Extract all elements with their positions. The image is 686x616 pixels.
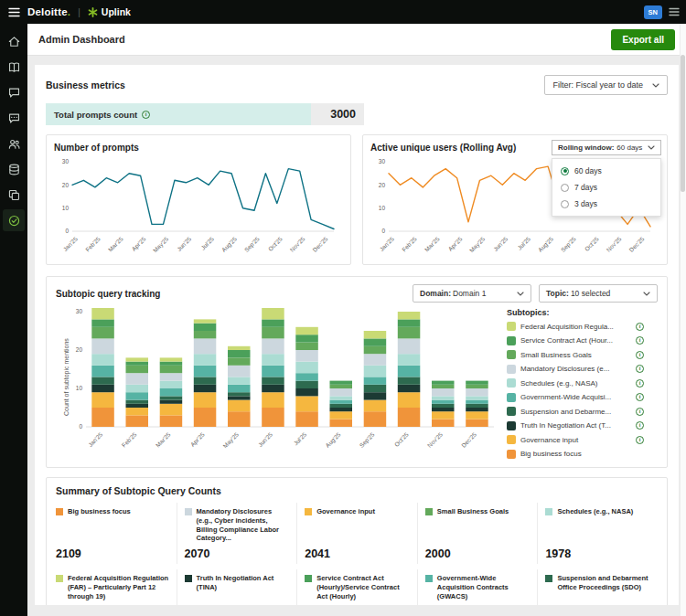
summary-cell-value: 2070 bbox=[185, 543, 290, 560]
total-prompts-label: Total prompts count bbox=[54, 110, 137, 120]
subtopic-color-icon bbox=[305, 508, 312, 515]
subtopic-stacked-bar-chart: 0102030Jan'25Feb'25Mar'25Apr'25May'25Jun… bbox=[68, 308, 498, 458]
svg-text:Feb'25: Feb'25 bbox=[401, 235, 418, 252]
domain-dropdown[interactable]: Domain:Domain 1 bbox=[413, 284, 531, 303]
info-icon[interactable]: i bbox=[636, 421, 644, 430]
subtopic-color-icon bbox=[425, 508, 433, 515]
rolling-window-select[interactable]: Rolling window:60 days bbox=[552, 140, 661, 155]
summary-cell-value: 1978 bbox=[545, 543, 650, 560]
svg-text:Mar'25: Mar'25 bbox=[155, 430, 172, 448]
legend-swatch-icon bbox=[507, 322, 516, 331]
summary-cell-header: Mandatory Disclosures (e.g., Cyber incid… bbox=[185, 507, 290, 543]
home-icon[interactable] bbox=[3, 30, 25, 52]
users-icon[interactable] bbox=[3, 133, 25, 154]
legend-label: Mandatory Disclosures (e... bbox=[520, 365, 631, 373]
deloitte-logo: Deloitte. bbox=[27, 6, 70, 17]
legend-swatch-icon bbox=[507, 450, 516, 459]
summary-cell: Small Business Goals2000 bbox=[417, 503, 538, 564]
subtopic-color-icon bbox=[425, 575, 433, 582]
svg-text:10: 10 bbox=[62, 205, 70, 211]
hamburger-menu-icon[interactable] bbox=[0, 7, 27, 17]
topic-dropdown[interactable]: Topic:10 selected bbox=[539, 284, 658, 303]
info-icon[interactable]: i bbox=[636, 336, 644, 345]
copy-icon[interactable] bbox=[3, 184, 25, 206]
svg-text:Aug'25: Aug'25 bbox=[324, 430, 342, 449]
info-icon[interactable]: i bbox=[636, 436, 644, 444]
summary-cell-header: Government-Wide Acquisition Contracts (G… bbox=[425, 574, 531, 600]
svg-text:Nov'25: Nov'25 bbox=[426, 430, 444, 448]
svg-text:Jun'25: Jun'25 bbox=[492, 235, 509, 252]
info-icon[interactable]: i bbox=[636, 393, 644, 401]
export-all-button[interactable]: Export all bbox=[611, 29, 675, 50]
subtopic-tracking-title: Subtopic query tracking bbox=[56, 289, 160, 299]
check-circle-icon[interactable] bbox=[3, 209, 25, 231]
svg-text:Jan'25: Jan'25 bbox=[87, 430, 104, 448]
info-icon[interactable]: i bbox=[636, 365, 644, 373]
summary-cell-value: 2000 bbox=[425, 543, 531, 560]
rolling-option-60-days[interactable]: 60 days bbox=[552, 163, 660, 179]
scrollbar-thumb[interactable] bbox=[681, 55, 685, 192]
fiscal-filter-dropdown[interactable]: Filter: Fiscal year to date bbox=[544, 75, 668, 95]
svg-text:Sep'25: Sep'25 bbox=[358, 430, 376, 449]
uplink-asterisk-icon bbox=[88, 7, 98, 17]
legend-label: Schedules (e.g., NASA) bbox=[520, 379, 631, 388]
y-axis-label: Count of subtopic mentions bbox=[56, 308, 68, 458]
summary-cell: Suspension and Debarment Office Proceedi… bbox=[537, 569, 658, 605]
user-initials-badge[interactable]: SN bbox=[644, 5, 662, 19]
rolling-option-label: 7 days bbox=[574, 183, 597, 192]
summary-cell-value: 2041 bbox=[305, 543, 410, 560]
rolling-window-dropdown: Rolling window:60 days 60 days7 days3 da… bbox=[552, 140, 661, 217]
chevron-down-icon bbox=[643, 292, 650, 296]
summary-cell-label: Big business focus bbox=[68, 507, 131, 516]
rolling-option-label: 3 days bbox=[574, 199, 597, 208]
page-header: Admin Dashboard Export all bbox=[27, 24, 686, 56]
svg-text:10: 10 bbox=[76, 385, 83, 391]
vertical-scrollbar[interactable] bbox=[680, 24, 686, 616]
info-icon[interactable]: i bbox=[142, 111, 150, 119]
legend-swatch-icon bbox=[507, 421, 516, 430]
svg-text:0: 0 bbox=[79, 423, 82, 430]
summary-cell-label: Suspension and Debarment Office Proceedi… bbox=[557, 574, 650, 592]
rolling-option-7-days[interactable]: 7 days bbox=[552, 179, 660, 196]
summary-cell-header: Suspension and Debarment Office Proceedi… bbox=[545, 574, 650, 592]
svg-text:Nov'25: Nov'25 bbox=[289, 235, 306, 252]
database-icon[interactable] bbox=[3, 158, 25, 180]
info-icon[interactable]: i bbox=[636, 408, 644, 416]
page-title: Admin Dashboard bbox=[38, 34, 125, 45]
legend-label: Federal Acquisition Regula... bbox=[520, 323, 631, 331]
info-icon[interactable]: i bbox=[636, 379, 644, 388]
summary-cell-label: Governance input bbox=[316, 507, 375, 516]
legend-item: Truth In Negotiation Act (T...i bbox=[507, 421, 644, 430]
info-icon[interactable]: i bbox=[636, 323, 644, 331]
info-icon[interactable]: i bbox=[636, 351, 644, 359]
chat-icon[interactable] bbox=[3, 81, 25, 103]
feedback-icon[interactable] bbox=[3, 107, 25, 129]
radio-icon bbox=[561, 184, 569, 192]
summary-card: Summary of Subtopic Query Counts Big bus… bbox=[46, 477, 668, 605]
svg-text:May'25: May'25 bbox=[152, 235, 171, 254]
svg-text:30: 30 bbox=[62, 158, 70, 165]
summary-cell-header: Small Business Goals bbox=[425, 507, 531, 516]
legend-item: Schedules (e.g., NASA)i bbox=[507, 378, 644, 388]
apps-menu-icon[interactable] bbox=[669, 7, 680, 16]
summary-cell-label: Service Contract Act (Hourly)/Service Co… bbox=[316, 574, 410, 600]
summary-cell-header: Federal Acquisition Regulation (FAR) – P… bbox=[56, 574, 169, 600]
left-sidebar bbox=[0, 24, 27, 616]
summary-cell-label: Government-Wide Acquisition Contracts (G… bbox=[437, 574, 531, 600]
svg-text:Jul'25: Jul'25 bbox=[199, 235, 215, 250]
library-icon[interactable] bbox=[3, 56, 25, 78]
rolling-option-3-days[interactable]: 3 days bbox=[552, 196, 660, 212]
summary-cell: Governance input2041 bbox=[296, 503, 417, 564]
legend-title: Subtopics: bbox=[507, 308, 644, 317]
total-prompts-value: 3000 bbox=[311, 103, 364, 125]
rolling-window-label: Rolling window: bbox=[558, 143, 614, 152]
summary-cell-header: Governance input bbox=[305, 507, 410, 516]
subtopic-color-icon bbox=[185, 508, 192, 515]
legend-swatch-icon bbox=[507, 393, 516, 402]
svg-text:Feb'25: Feb'25 bbox=[121, 430, 138, 448]
subtopic-color-icon bbox=[545, 508, 552, 515]
svg-text:Dec'25: Dec'25 bbox=[460, 430, 477, 448]
svg-text:Feb'25: Feb'25 bbox=[84, 235, 102, 252]
summary-cell-label: Truth In Negotiation Act (TINA) bbox=[197, 574, 290, 592]
summary-cell: Government-Wide Acquisition Contracts (G… bbox=[417, 569, 538, 605]
